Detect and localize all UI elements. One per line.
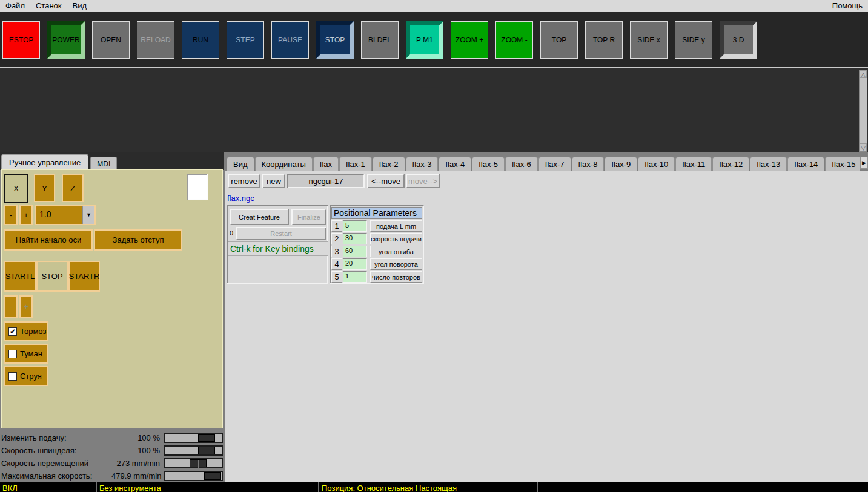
- move-left-button[interactable]: <--move: [367, 174, 405, 188]
- tab-flax-4[interactable]: flax-4: [439, 157, 471, 171]
- checkbox-туман[interactable]: Туман: [4, 344, 48, 364]
- tab-flax-3[interactable]: flax-3: [406, 157, 439, 171]
- spindle-button-stop[interactable]: STOP: [36, 261, 68, 292]
- checkbox-box-струя[interactable]: [8, 372, 17, 381]
- tab-scroll-right-button[interactable]: ▶: [860, 157, 868, 169]
- checkbox-label-струя: Струя: [20, 372, 42, 381]
- tab-flax-1[interactable]: flax-1: [339, 157, 372, 171]
- slider-1[interactable]: [164, 445, 223, 456]
- param-number-3: 3: [331, 246, 342, 257]
- tab-mdi[interactable]: MDI: [90, 157, 117, 170]
- tab-flax-15[interactable]: flax-15: [825, 157, 860, 171]
- toolbar-button-top[interactable]: TOP: [540, 21, 578, 59]
- toolbar-button-run[interactable]: RUN: [182, 21, 219, 59]
- tab-flax-2[interactable]: flax-2: [373, 157, 405, 171]
- menu-help[interactable]: Помощь: [827, 0, 868, 12]
- tab-flax-8[interactable]: flax-8: [572, 157, 605, 171]
- toolbar-button-open[interactable]: OPEN: [92, 21, 130, 59]
- slider-handle-0[interactable]: [198, 434, 215, 442]
- toolbar-button-bldel[interactable]: BLDEL: [361, 21, 399, 59]
- home-axis-button[interactable]: Найти начало оси: [4, 229, 93, 251]
- toolbar-button-zoom-[interactable]: ZOOM -: [495, 21, 533, 59]
- jog-increment-value: 1.0: [36, 206, 82, 224]
- param-number-4: 4: [331, 258, 342, 270]
- jog-plus-button[interactable]: +: [19, 205, 33, 225]
- create-feature-button[interactable]: Creat Feature: [230, 209, 289, 225]
- toolbar-button-zoom-[interactable]: ZOOM +: [451, 21, 488, 59]
- spindle-button-startr[interactable]: STARTR: [68, 261, 100, 292]
- tab-flax-11[interactable]: flax-11: [675, 157, 712, 171]
- set-offset-button[interactable]: Задать отступ: [94, 229, 182, 251]
- param-entry-3[interactable]: 60: [343, 246, 367, 257]
- toolbar-button-top-r[interactable]: TOP R: [585, 21, 623, 59]
- jog-minus-button[interactable]: -: [4, 205, 18, 225]
- toolbar-button-estop[interactable]: ESTOP: [2, 21, 40, 59]
- spindle-minus-button[interactable]: -: [4, 295, 18, 318]
- slider-3[interactable]: [164, 471, 223, 481]
- tab-flax-7[interactable]: flax-7: [538, 157, 571, 171]
- jog-increment-select[interactable]: 1.0 ▼: [35, 205, 96, 225]
- slider-handle-3[interactable]: [204, 472, 221, 480]
- tab-manual-control[interactable]: Ручное управление: [1, 154, 88, 170]
- axis-button-y[interactable]: Y: [34, 174, 55, 202]
- move-right-button[interactable]: move-->: [406, 174, 440, 188]
- tab-координаты[interactable]: Координаты: [255, 157, 313, 171]
- param-entry-1[interactable]: 5: [343, 220, 367, 232]
- menu-станок[interactable]: Станок: [30, 0, 67, 12]
- slider-value-0: 100 %: [111, 433, 160, 442]
- tab-flax-6[interactable]: flax-6: [505, 157, 538, 171]
- checkbox-box-тормоз[interactable]: ✔: [8, 327, 17, 336]
- param-entry-5[interactable]: 1: [343, 271, 367, 283]
- axis-button-z[interactable]: Z: [62, 174, 84, 202]
- axis-button-x[interactable]: X: [4, 174, 28, 203]
- spindle-plus-button[interactable]: +: [19, 295, 33, 318]
- slider-handle-2[interactable]: [190, 459, 207, 467]
- restart-button[interactable]: Restart: [236, 227, 326, 240]
- tab-flax-10[interactable]: flax-10: [638, 157, 675, 171]
- param-entry-4[interactable]: 20: [343, 258, 367, 270]
- menu-файл[interactable]: Файл: [0, 0, 30, 12]
- ngcgui-button-row: remove new ngcgui-17 <--move move-->: [228, 174, 440, 188]
- tool-display-box: [187, 174, 208, 200]
- new-button[interactable]: new: [262, 174, 285, 188]
- spindle-speed-row: - +: [4, 295, 33, 318]
- toolbar-button-step[interactable]: STEP: [227, 21, 264, 59]
- remove-button[interactable]: remove: [228, 174, 260, 188]
- toolbar-button-pause[interactable]: PAUSE: [271, 21, 309, 59]
- toolbar-button-side-x[interactable]: SIDE x: [630, 21, 668, 59]
- ngcgui-name-entry[interactable]: ngcgui-17: [287, 174, 365, 188]
- status-bar: ВКЛБез инструментаПозиция: Относительная…: [0, 482, 868, 492]
- program-scrollbar[interactable]: △ ▽: [859, 70, 867, 152]
- tab-flax-5[interactable]: flax-5: [472, 157, 505, 171]
- toolbar-button-side-y[interactable]: SIDE y: [675, 21, 712, 59]
- chevron-down-icon[interactable]: ▼: [82, 206, 94, 224]
- param-entry-2[interactable]: 30: [343, 233, 367, 244]
- tab-вид[interactable]: Вид: [227, 157, 254, 171]
- toolbar-button-reload[interactable]: RELOAD: [137, 21, 174, 59]
- tab-flax[interactable]: flax: [313, 157, 339, 171]
- menu-вид[interactable]: Вид: [67, 0, 93, 12]
- checkbox-box-туман[interactable]: [8, 350, 17, 358]
- spindle-button-startl[interactable]: STARTL: [4, 261, 36, 292]
- tab-flax-13[interactable]: flax-13: [750, 157, 787, 171]
- scroll-up-icon[interactable]: △: [860, 70, 867, 78]
- tab-flax-9[interactable]: flax-9: [605, 157, 637, 171]
- program-text-area[interactable]: △ ▽: [0, 67, 868, 152]
- finalize-button[interactable]: Finalize: [291, 209, 326, 225]
- slider-0[interactable]: [164, 433, 223, 443]
- tab-flax-14[interactable]: flax-14: [787, 157, 824, 171]
- toolbar-button-stop[interactable]: STOP: [316, 21, 354, 59]
- slider-value-2: 273 mm/min: [111, 459, 160, 468]
- tab-flax-12[interactable]: flax-12: [712, 157, 749, 171]
- main-area: Ручное управление MDI XYZ - + 1.0 ▼ Найт…: [0, 152, 868, 482]
- toolbar-button-power[interactable]: POWER: [47, 21, 85, 59]
- toolbar-button-3-d[interactable]: 3 D: [720, 21, 757, 59]
- menubar: ФайлСтанокВид Помощь: [0, 0, 868, 12]
- checkbox-тормоз[interactable]: ✔Тормоз: [4, 321, 48, 341]
- slider-handle-1[interactable]: [198, 447, 215, 454]
- toolbar-button-p-m1[interactable]: P M1: [406, 21, 443, 59]
- slider-label-0: Изменить подачу:: [0, 433, 111, 442]
- slider-2[interactable]: [164, 458, 223, 468]
- scroll-down-icon[interactable]: ▽: [860, 143, 867, 151]
- checkbox-струя[interactable]: Струя: [4, 366, 48, 386]
